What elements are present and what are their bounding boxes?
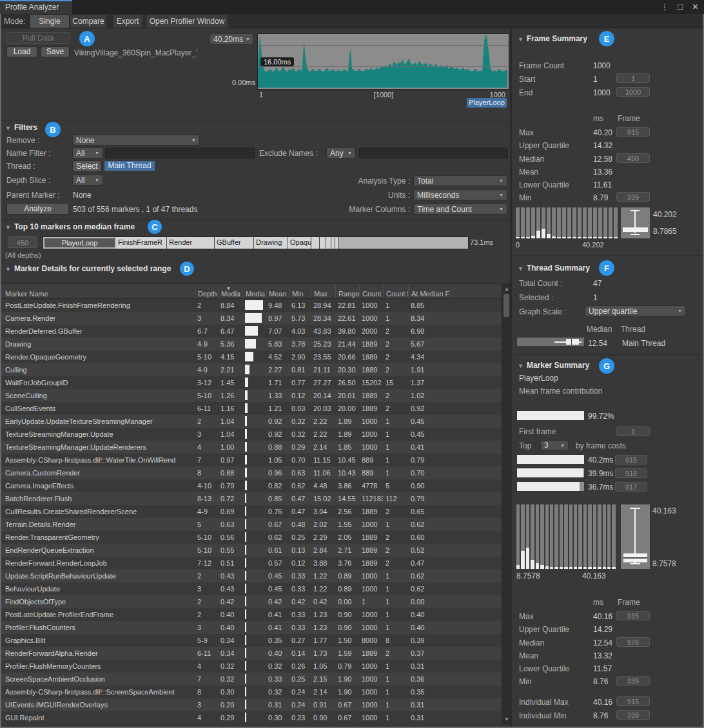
panel-divider[interactable]	[510, 28, 512, 728]
graph-scale-dropdown[interactable]: Upper quartile▼	[585, 305, 686, 316]
frame-time-dropdown[interactable]: 40.20ms▼	[210, 34, 253, 44]
export-button[interactable]: Export	[112, 15, 143, 28]
table-row[interactable]: TextureStreamingManager.Update31.040.920…	[0, 428, 502, 441]
table-row[interactable]: GUI.Repaint40.290.300.230.900.67100010.3…	[0, 711, 502, 724]
column-header-spacer[interactable]	[451, 284, 502, 298]
table-row[interactable]: EarlyUpdate.UpdateTextureStreamingManage…	[0, 415, 502, 428]
column-header-Range[interactable]: Range	[335, 284, 359, 298]
thread-summary-header[interactable]: ▼Thread Summary	[518, 263, 590, 273]
table-row[interactable]: Update.ScriptRunBehaviourUpdate20.430.45…	[0, 570, 502, 582]
column-header-Marker Name[interactable]: Marker Name	[0, 284, 195, 298]
frame-summary-header[interactable]: ▼Frame Summary	[518, 34, 587, 43]
frame-number-box[interactable]: 1000	[616, 87, 650, 97]
table-row[interactable]: Render.TransparentGeometry5-100.560.620.…	[0, 531, 502, 544]
table-scrollbar[interactable]: ▲ ▼	[502, 283, 511, 725]
column-header-Count[interactable]: Count	[359, 284, 383, 298]
table-row[interactable]: RenderForward.RenderLoopJob7-120.510.570…	[0, 557, 502, 570]
filters-section-header[interactable]: ▼Filters	[5, 123, 37, 132]
marker-details-section-header[interactable]: ▼Marker Details for currently selected r…	[5, 264, 171, 273]
table-row[interactable]: PostLateUpdate.FinishFrameRendering28.84…	[0, 299, 502, 312]
frame-number-box[interactable]: 339	[616, 192, 650, 202]
column-header-Media[interactable]: Media	[242, 284, 266, 298]
column-header-Media[interactable]: Media▼	[218, 284, 242, 298]
table-row[interactable]: Graphics.Blit5-90.340.350.271.771.508000…	[0, 634, 502, 647]
top10-segment[interactable]	[320, 237, 326, 249]
top10-segment[interactable]	[326, 237, 331, 249]
frame-number-box[interactable]: 339	[616, 676, 650, 685]
depth-slice-dropdown[interactable]: All▼	[72, 175, 103, 186]
thread-select-button[interactable]: Select	[72, 160, 102, 172]
table-row[interactable]: Culling4-92.212.270.8121.1120.30188921.9…	[0, 363, 502, 376]
load-button[interactable]: Load	[6, 46, 37, 57]
table-row[interactable]: SceneCulling5-101.261.330.1220.1420.0118…	[0, 389, 502, 402]
scrollbar-thumb[interactable]	[504, 294, 509, 317]
thread-value-chip[interactable]: Main Thread	[104, 161, 155, 171]
column-header-Min[interactable]: Min	[289, 284, 311, 298]
frame-cost-frame-1[interactable]: 915	[615, 455, 647, 465]
top10-segment-drawing[interactable]: Drawing	[254, 237, 288, 249]
frame-cost-frame-3[interactable]: 917	[615, 482, 647, 492]
table-row[interactable]: Camera.CustomRender80.880.960.6311.0610.…	[0, 466, 502, 479]
open-profiler-window-button[interactable]: Open Profiler Window	[146, 15, 228, 28]
name-filter-mode-dropdown[interactable]: All▼	[72, 148, 103, 158]
top-n-dropdown[interactable]: 3▼	[540, 440, 569, 450]
table-row[interactable]: CullSendEvents6-111.161.210.0320.0320.00…	[0, 402, 502, 415]
frame-cost-bar-3[interactable]	[517, 482, 584, 491]
table-row[interactable]: BehaviourUpdate30.430.450.331.220.891000…	[0, 582, 502, 595]
frame-number-box[interactable]: 915	[616, 611, 650, 620]
top10-section-header[interactable]: ▼Top 10 markers on median frame	[5, 222, 135, 231]
column-header-Mean[interactable]: Mean	[266, 284, 289, 298]
frame-cost-bar-1[interactable]	[517, 455, 584, 464]
frame-number-box[interactable]: 915	[616, 127, 650, 137]
top10-segment-render[interactable]: Render	[167, 237, 215, 249]
marker-columns-dropdown[interactable]: Time and Count▼	[413, 204, 507, 215]
marker-summary-header[interactable]: ▼Marker Summary	[518, 361, 589, 370]
menu-icon[interactable]: ⋮	[660, 2, 669, 12]
name-filter-input[interactable]	[105, 148, 255, 158]
frame-cost-frame-2[interactable]: 918	[615, 468, 647, 478]
pull-data-button[interactable]: Pull Data	[6, 32, 70, 44]
frame-cost-bar-2[interactable]	[517, 468, 584, 477]
table-row[interactable]: RenderForwardAlpha.Render6-110.340.400.1…	[0, 647, 502, 660]
close-icon[interactable]: ✕	[692, 2, 699, 12]
tab-profile-analyzer[interactable]: Profile Analyzer	[0, 0, 72, 14]
ts-thread-value[interactable]: Main Thread	[622, 339, 665, 348]
frame-number-box[interactable]: 339	[616, 710, 650, 720]
table-row[interactable]: Render.OpaqueGeometry5-104.154.522.9023.…	[0, 350, 502, 363]
table-row[interactable]: Camera.ImageEffects4-100.790.820.624.483…	[0, 479, 502, 492]
frame-number-box[interactable]: 450	[616, 153, 650, 163]
table-row[interactable]: FindObjectsOfType20.420.420.420.420.0011…	[0, 595, 502, 608]
table-row[interactable]: BatchRenderer.Flush8-130.720.850.4715.02…	[0, 492, 502, 505]
table-row[interactable]: Camera.Render38.348.975.7328.3422.611000…	[0, 312, 502, 325]
top10-segment[interactable]	[311, 237, 320, 249]
exclude-names-input[interactable]	[359, 148, 508, 158]
remove-dropdown[interactable]: None▼	[72, 135, 200, 146]
table-row[interactable]: RenderDeferred.GBuffer6-76.477.074.0343.…	[0, 325, 502, 338]
exclude-mode-dropdown[interactable]: Any▼	[326, 148, 356, 158]
top10-segment-gbuffer[interactable]: GBuffer	[215, 237, 254, 249]
mode-compare-button[interactable]: Compare	[70, 15, 107, 28]
first-frame-box[interactable]: 1	[616, 426, 650, 436]
frame-number-box[interactable]: 1	[616, 73, 650, 83]
column-header-At Median F[interactable]: At Median F	[408, 284, 451, 298]
analyze-button[interactable]: Analyze	[6, 203, 69, 215]
table-row[interactable]: Assembly-CSharp-firstpass.dll!::WaterTil…	[0, 454, 502, 466]
table-row[interactable]: UIEvents.IMGUIRenderOverlays30.290.310.2…	[0, 698, 502, 711]
frame-time-chart[interactable]: 16.00ms	[257, 34, 509, 90]
units-dropdown[interactable]: Milliseconds▼	[413, 189, 507, 200]
table-row[interactable]: PostLateUpdate.ProfilerEndFrame20.400.41…	[0, 608, 502, 621]
mode-single-button[interactable]: Single	[30, 15, 70, 28]
table-row[interactable]: TextureStreamingManager.UpdateRenderers4…	[0, 441, 502, 454]
top10-segment-opaqu[interactable]: Opaqu	[288, 237, 311, 249]
save-button[interactable]: Save	[41, 46, 70, 57]
top10-segment-finishframer[interactable]: FinishFrameR	[116, 237, 167, 249]
top10-segment[interactable]	[338, 237, 468, 249]
column-header-Max[interactable]: Max	[311, 284, 335, 298]
top10-frame-box[interactable]: 450	[8, 236, 37, 248]
maximize-icon[interactable]: □	[678, 2, 683, 12]
selected-marker-chip[interactable]: PlayerLoop	[467, 98, 507, 108]
table-row[interactable]: Assembly-CSharp-firstpass.dll!::ScreenSp…	[0, 685, 502, 698]
table-row[interactable]: Profiler.FlushMemoryCounters40.320.320.2…	[0, 660, 502, 673]
table-row[interactable]: WaitForJobGroupID3-121.451.710.7727.2726…	[0, 376, 502, 389]
table-row[interactable]: EndRenderQueueExtraction5-100.550.610.13…	[0, 544, 502, 557]
